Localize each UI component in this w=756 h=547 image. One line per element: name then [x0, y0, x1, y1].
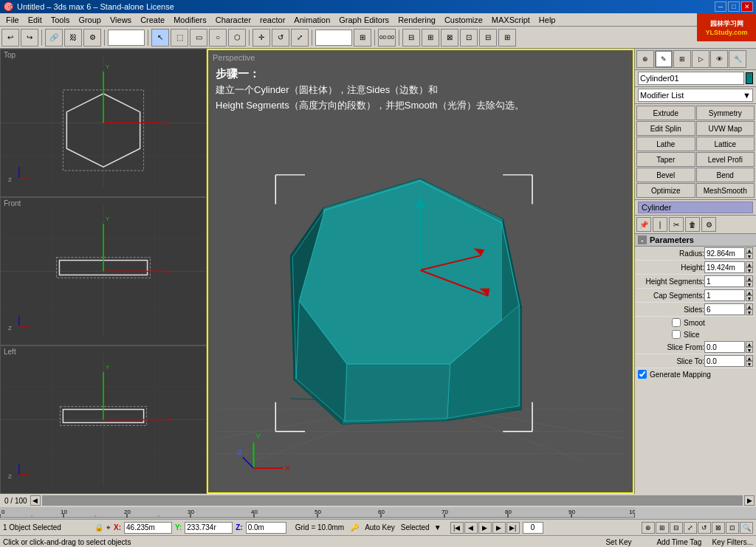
prev-frame-btn[interactable]: ◀ — [464, 522, 478, 534]
undo-button[interactable]: ↩ — [1, 29, 19, 47]
cap-segments-input[interactable] — [704, 289, 745, 301]
sides-up-btn[interactable]: ▲ — [746, 303, 753, 309]
viewport-controls-5[interactable]: ↺ — [698, 522, 711, 534]
unlink-button[interactable]: ⛓ — [64, 29, 82, 47]
btn-taper[interactable]: Taper — [636, 152, 695, 167]
viewport-perspective[interactable]: Perspective 步骤一： 建立一个Cylinder（圆柱体），注意Sid… — [207, 49, 634, 494]
menu-tools[interactable]: Tools — [47, 13, 75, 26]
radius-up-btn[interactable]: ▲ — [746, 247, 753, 253]
btn-meshsmooth[interactable]: MeshSmooth — [696, 183, 755, 198]
select-region-button[interactable]: ⬚ — [171, 29, 188, 47]
object-name-input[interactable] — [638, 72, 744, 85]
spacing-button[interactable]: ⊟ — [479, 29, 497, 47]
motion-tab[interactable]: ▷ — [692, 50, 709, 68]
radius-input[interactable] — [704, 247, 745, 259]
array-button[interactable]: ⊠ — [441, 29, 458, 47]
viewport-controls-7[interactable]: ⊡ — [726, 522, 739, 534]
slice-checkbox[interactable] — [672, 330, 681, 339]
viewport-controls-2[interactable]: ⊞ — [656, 522, 669, 534]
z-coord-input[interactable] — [246, 522, 286, 534]
maximize-button[interactable]: □ — [728, 1, 740, 12]
btn-levelprofi[interactable]: Level Profi — [696, 152, 755, 167]
sides-input[interactable] — [704, 303, 745, 315]
display-tab[interactable]: 👁 — [710, 50, 728, 68]
select-fence-button[interactable]: ⬡ — [228, 29, 246, 47]
clone-align-button[interactable]: ⊞ — [498, 29, 516, 47]
close-button[interactable]: ✕ — [741, 1, 753, 12]
params-collapse-btn[interactable]: - — [638, 235, 647, 244]
pin-stack-btn[interactable]: 📌 — [636, 217, 651, 232]
go-to-start-btn[interactable]: |◀ — [450, 522, 464, 534]
bind-space-button[interactable]: ⚙ — [83, 29, 101, 47]
selection-filter-dropdown[interactable]: All▼ — [108, 30, 145, 46]
show-end-result-btn[interactable]: | — [653, 217, 667, 232]
make-unique-btn[interactable]: ✂ — [669, 217, 684, 232]
viewport-front[interactable]: Front X Y Z — [0, 197, 207, 345]
x-coord-input[interactable] — [124, 522, 172, 534]
btn-editsplin[interactable]: Edit Splin — [636, 121, 695, 136]
menu-edit[interactable]: Edit — [24, 13, 47, 26]
menu-grapheditors[interactable]: Graph Editors — [334, 13, 394, 26]
slice-from-input[interactable] — [704, 341, 745, 353]
hs-up-btn[interactable]: ▲ — [746, 275, 753, 281]
height-down-btn[interactable]: ▼ — [746, 267, 753, 273]
st-up-btn[interactable]: ▲ — [746, 355, 753, 361]
st-down-btn[interactable]: ▼ — [746, 361, 753, 367]
menu-file[interactable]: File — [1, 13, 24, 26]
titlebar-controls[interactable]: ─ □ ✕ — [715, 1, 753, 12]
btn-uvwmap[interactable]: UVW Map — [696, 121, 755, 136]
menu-maxscript[interactable]: MAXScript — [487, 13, 535, 26]
go-to-end-btn[interactable]: ▶| — [506, 522, 520, 534]
select-circle-button[interactable]: ○ — [209, 29, 227, 47]
viewport-top[interactable]: Top X Y Z — [0, 49, 207, 197]
menu-customize[interactable]: Customize — [440, 13, 487, 26]
viewport-controls-4[interactable]: ⤢ — [684, 522, 697, 534]
y-coord-input[interactable] — [185, 522, 233, 534]
configure-btn[interactable]: ⚙ — [701, 217, 716, 232]
align-button[interactable]: ⊟ — [402, 29, 420, 47]
cs-up-btn[interactable]: ▲ — [746, 289, 753, 295]
btn-extrude[interactable]: Extrude — [636, 106, 695, 120]
rotate-button[interactable]: ↺ — [272, 29, 289, 47]
hierarchy-tab[interactable]: ⊞ — [673, 50, 691, 68]
menu-create[interactable]: Create — [136, 13, 169, 26]
object-color-swatch[interactable] — [746, 72, 753, 84]
frame-number-input[interactable] — [523, 522, 543, 534]
play-btn[interactable]: ▶ — [478, 522, 492, 534]
menu-modifiers[interactable]: Modifiers — [169, 13, 211, 26]
hs-down-btn[interactable]: ▼ — [746, 281, 753, 287]
radius-down-btn[interactable]: ▼ — [746, 253, 753, 259]
scale-button[interactable]: ⤢ — [291, 29, 309, 47]
select-rect-button[interactable]: ▭ — [190, 29, 207, 47]
modifier-list-dropdown[interactable]: Modifier List ▼ — [638, 89, 753, 102]
stack-cylinder-item[interactable]: Cylinder — [638, 202, 753, 213]
timeline-track[interactable] — [42, 495, 743, 506]
redo-button[interactable]: ↪ — [21, 29, 38, 47]
select-button[interactable]: ↖ — [151, 29, 169, 47]
menu-views[interactable]: Views — [106, 13, 136, 26]
sf-up-btn[interactable]: ▲ — [746, 341, 753, 347]
sf-down-btn[interactable]: ▼ — [746, 347, 753, 353]
smooth-checkbox[interactable] — [672, 318, 681, 327]
create-tab[interactable]: ⊕ — [636, 50, 654, 68]
sides-down-btn[interactable]: ▼ — [746, 309, 753, 315]
viewport-controls-3[interactable]: ⊟ — [670, 522, 683, 534]
move-button[interactable]: ✛ — [252, 29, 270, 47]
mirror-button[interactable]: ⊞ — [422, 29, 439, 47]
utilities-tab[interactable]: 🔧 — [729, 50, 746, 68]
menu-reactor[interactable]: reactor — [255, 13, 289, 26]
btn-lattice[interactable]: Lattice — [696, 137, 755, 151]
generate-mapping-checkbox[interactable] — [638, 370, 647, 379]
menu-help[interactable]: Help — [535, 13, 560, 26]
snapshot-button[interactable]: ⊡ — [460, 29, 478, 47]
btn-bend[interactable]: Bend — [696, 168, 755, 182]
minimize-button[interactable]: ─ — [715, 1, 726, 12]
remove-modifier-btn[interactable]: 🗑 — [685, 217, 700, 232]
height-up-btn[interactable]: ▲ — [746, 261, 753, 267]
slice-to-input[interactable] — [704, 355, 745, 367]
btn-lathe[interactable]: Lathe — [636, 137, 695, 151]
viewport-controls-6[interactable]: ⊠ — [712, 522, 725, 534]
menu-character[interactable]: Character — [211, 13, 255, 26]
menu-group[interactable]: Group — [74, 13, 106, 26]
cs-down-btn[interactable]: ▼ — [746, 295, 753, 301]
